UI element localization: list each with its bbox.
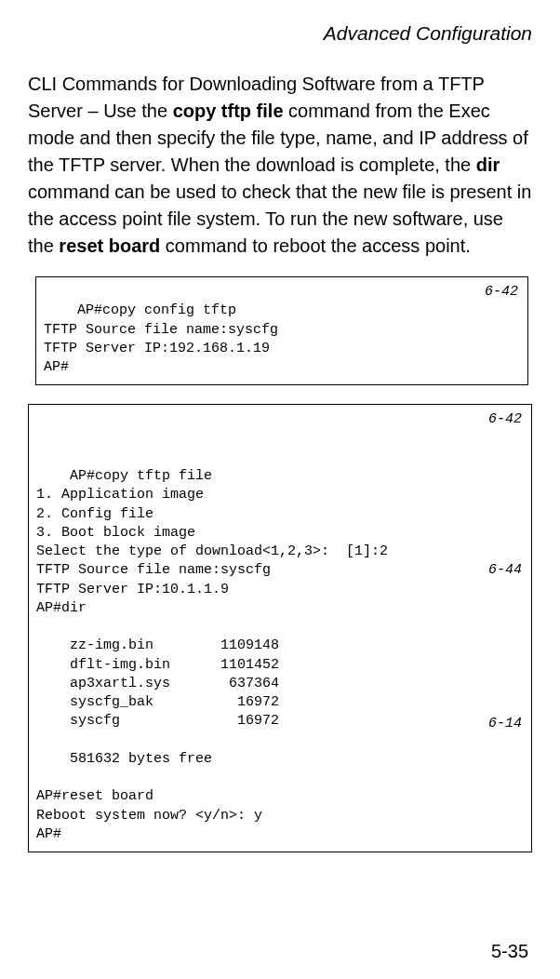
- code2-line5: Select the type of download<1,2,3>: [1]:…: [36, 543, 388, 559]
- code2-line19: Reboot system now? <y/n>: y: [36, 808, 262, 824]
- code1-pageref: 6-42: [485, 283, 518, 302]
- code-block-1: 6-42AP#copy config tftp TFTP Source file…: [35, 276, 528, 385]
- code2-line14: syscfg 16972: [36, 713, 279, 729]
- code2-line1: AP#copy tftp file: [70, 468, 212, 484]
- code2-line18: AP#reset board: [36, 788, 153, 804]
- code2-line4: 3. Boot block image: [36, 525, 195, 541]
- code1-line1: AP#copy config tftp: [77, 302, 236, 318]
- code1-line4: AP#: [44, 359, 69, 375]
- code2-line13: syscfg_bak 16972: [36, 694, 279, 710]
- code2-line11: dflt-img.bin 1101452: [36, 657, 279, 673]
- code2-pageref-b: 6-44: [488, 561, 522, 580]
- running-header: Advanced Configuration: [28, 22, 532, 45]
- para-bold-1: copy tftp file: [173, 101, 284, 121]
- code2-line8: AP#dir: [36, 600, 87, 616]
- code1-line3: TFTP Server IP:192.168.1.19: [44, 341, 270, 356]
- code1-line2: TFTP Source file name:syscfg: [44, 322, 278, 338]
- page-number: 5-35: [491, 941, 528, 962]
- code2-line12: ap3xartl.sys 637364: [36, 676, 279, 691]
- code2-line6: TFTP Source file name:syscfg: [36, 562, 271, 578]
- code2-line3: 2. Config file: [36, 506, 153, 522]
- page: Advanced Configuration CLI Commands for …: [0, 0, 560, 979]
- code2-line2: 1. Application image: [36, 487, 204, 503]
- para-text-4: command to reboot the access point.: [160, 235, 471, 256]
- body-paragraph: CLI Commands for Downloading Software fr…: [28, 71, 532, 260]
- code2-pageref-a: 6-42: [488, 410, 522, 429]
- code2-line20: AP#: [36, 826, 61, 842]
- code-block-2: 6-42 6-44 6-14AP#copy tftp file 1. Appli…: [28, 404, 532, 852]
- code2-line7: TFTP Server IP:10.1.1.9: [36, 582, 229, 597]
- para-bold-2: dir: [476, 154, 500, 175]
- code2-pageref-c: 6-14: [488, 715, 522, 733]
- code2-line10: zz-img.bin 1109148: [36, 637, 279, 653]
- code2-line16: 581632 bytes free: [36, 751, 212, 767]
- para-bold-3: reset board: [59, 235, 160, 256]
